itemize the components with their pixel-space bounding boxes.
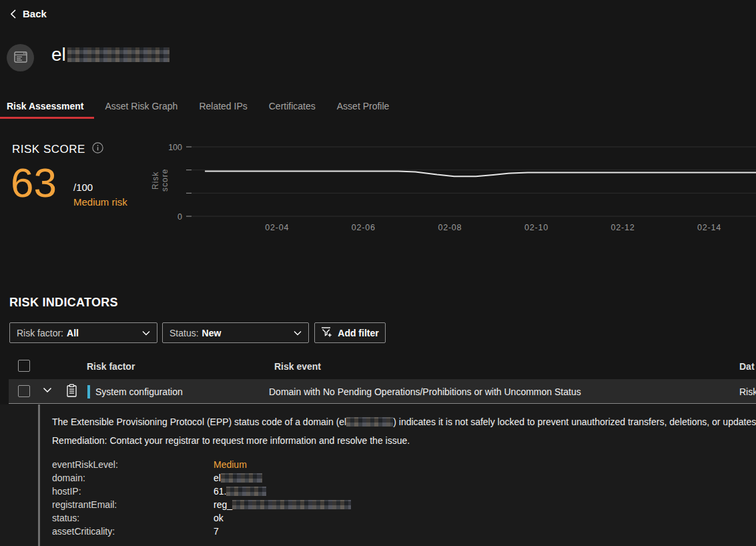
tab-risk-assessment[interactable]: Risk Assessment (0, 97, 94, 119)
field-key: assetCriticality: (52, 526, 214, 537)
svg-text:02-04: 02-04 (265, 223, 289, 232)
filter-add-icon (321, 326, 332, 339)
field-value: reg_ (214, 499, 232, 510)
domain-redacted (221, 473, 262, 483)
detail-field-domain: domain:el (52, 473, 262, 483)
page-title: el (51, 44, 169, 65)
status-filter-value: New (202, 328, 222, 338)
status-filter-label: Status: (169, 328, 199, 338)
browser-window-icon (14, 51, 27, 65)
chevron-down-icon (294, 330, 302, 336)
risk-factor-filter-value: All (67, 328, 79, 338)
add-filter-button[interactable]: Add filter (314, 322, 386, 343)
detail-field-eventRiskLevel: eventRiskLevel:Medium (52, 459, 247, 470)
row-risk-factor: System configuration (95, 386, 183, 397)
tab-related-ips[interactable]: Related IPs (188, 97, 258, 119)
detail-field-hostIP: hostIP:61. (52, 486, 266, 497)
svg-text:0: 0 (177, 212, 182, 222)
column-header-risk-event: Risk event (274, 361, 321, 372)
risk-factor-accent-bar (87, 385, 90, 398)
row-last-column: Risk (739, 386, 756, 397)
detail-left-rule (38, 404, 40, 546)
tab-certificates[interactable]: Certificates (258, 97, 326, 119)
back-label: Back (23, 8, 47, 19)
risk-event-description: The Extensible Provisioning Protocol (EP… (52, 417, 756, 427)
row-checkbox[interactable] (18, 385, 30, 397)
tab-bar: Risk Assessment Asset Risk Graph Related… (0, 97, 400, 119)
field-key: registrantEmail: (52, 499, 214, 510)
risk-factor-filter-dropdown[interactable]: Risk factor: All (9, 322, 157, 343)
field-key: domain: (52, 473, 214, 483)
tab-asset-profile[interactable]: Asset Profile (326, 97, 400, 119)
risk-trend-chart: 100002-0402-0602-0802-1002-1202-14 (161, 142, 756, 242)
description-prefix: The Extensible Provisioning Protocol (EP… (52, 417, 346, 427)
risk-score-value: 63 (11, 159, 57, 206)
field-value: el (214, 473, 221, 483)
info-icon[interactable] (92, 142, 103, 157)
row-risk-event: Domain with No Pending Operations/Prohib… (269, 386, 581, 397)
row-expand-chevron-icon[interactable] (43, 387, 52, 393)
risk-score-denominator: /100 (73, 182, 93, 193)
detail-field-registrantEmail: registrantEmail:reg_ (52, 499, 351, 510)
detail-field-assetCriticality: assetCriticality:7 (52, 526, 219, 537)
risk-level-label: Medium risk (73, 196, 127, 208)
detail-field-status: status:ok (52, 513, 224, 523)
field-key: eventRiskLevel: (52, 459, 214, 470)
page-title-prefix: el (51, 44, 66, 65)
description-redacted (346, 417, 393, 427)
status-filter-dropdown[interactable]: Status: New (162, 322, 309, 343)
field-key: hostIP: (52, 486, 214, 497)
svg-text:100: 100 (168, 143, 182, 152)
column-header-risk-factor: Risk factor (87, 361, 135, 372)
field-value: Medium (214, 459, 247, 470)
chevron-left-icon (11, 9, 16, 19)
email-redacted (232, 500, 351, 509)
svg-text:02-12: 02-12 (611, 223, 635, 232)
hostip-redacted (226, 487, 266, 496)
risk-factor-filter-label: Risk factor: (17, 328, 63, 338)
page-title-redacted (67, 47, 169, 62)
select-all-checkbox[interactable] (18, 360, 30, 372)
svg-text:02-14: 02-14 (697, 223, 721, 232)
asset-avatar (7, 44, 34, 71)
field-value: 61. (214, 486, 226, 497)
field-value: ok (214, 513, 224, 523)
column-header-date: Dat (739, 361, 755, 372)
clipboard-icon[interactable] (66, 384, 77, 398)
field-value: 7 (214, 526, 219, 537)
back-button[interactable]: Back (11, 8, 47, 19)
svg-text:02-06: 02-06 (352, 223, 376, 232)
field-key: status: (52, 513, 214, 523)
risk-score-heading: RISK SCORE (12, 143, 85, 156)
description-suffix: ) indicates it is not safely locked to p… (393, 417, 756, 427)
remediation-text: Remediation: Contact your registrar to r… (52, 435, 410, 446)
svg-text:02-08: 02-08 (438, 223, 462, 232)
svg-text:02-10: 02-10 (524, 223, 548, 232)
chevron-down-icon (142, 330, 150, 336)
risk-indicators-heading: RISK INDICATORS (9, 296, 118, 310)
tab-asset-risk-graph[interactable]: Asset Risk Graph (94, 97, 188, 119)
add-filter-label: Add filter (338, 328, 378, 338)
